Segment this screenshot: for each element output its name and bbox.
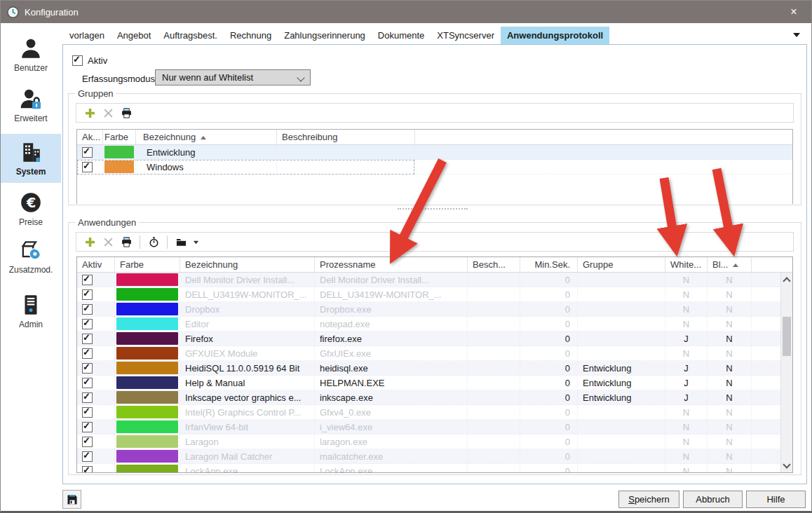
anwendungen-row[interactable]: Intel(R) Graphics Control P... Gfxv4_0.e… (77, 405, 780, 420)
row-minsek: 0 (520, 420, 578, 434)
anwendungen-row[interactable]: Editor notepad.exe 0 N N (77, 317, 780, 331)
row-checkbox[interactable] (82, 348, 93, 359)
close-icon[interactable]: × (780, 1, 807, 23)
col-prozessname[interactable]: Prozessname (315, 257, 468, 272)
splitter-handle[interactable] (398, 208, 468, 210)
row-beschreibung (468, 302, 520, 316)
konfiguration-window: Konfiguration × Benutzer Erweitert Syste… (0, 0, 812, 513)
scroll-up-icon[interactable] (781, 274, 792, 285)
row-checkbox[interactable] (82, 422, 93, 432)
timer-icon[interactable] (144, 234, 163, 249)
sidebar-item[interactable]: Erweitert (1, 85, 61, 125)
tab[interactable]: Dokumente (372, 27, 431, 44)
gruppen-row[interactable]: Windows (77, 160, 792, 175)
col-aktiv[interactable]: Ak... (77, 130, 103, 144)
row-gruppe (578, 449, 665, 463)
aktiv-checkbox[interactable] (72, 55, 83, 66)
row-checkbox[interactable] (82, 466, 93, 473)
sidebar-item[interactable]: Admin (1, 291, 61, 331)
sidebar-item[interactable]: Zusatzmod. (1, 236, 61, 277)
content-panel: Aktiv Erfassungsmodus: Nur wenn auf Whit… (62, 44, 807, 484)
col-farbe[interactable]: Farbe (115, 257, 180, 272)
col-beschreibung[interactable]: Beschreibung (277, 130, 415, 144)
print-icon[interactable] (117, 234, 135, 249)
titlebar: Konfiguration × (1, 1, 811, 23)
anwendungen-row[interactable]: Dropbox Dropbox.exe 0 N N (77, 302, 780, 317)
row-checkbox[interactable] (82, 319, 93, 329)
anwendungen-row[interactable]: Help & Manual HELPMAN.EXE 0 Entwicklung … (77, 376, 780, 390)
row-prozessname: GfxUIEx.exe (315, 346, 468, 360)
scrollbar-thumb[interactable] (783, 317, 791, 356)
gruppen-row[interactable]: Entwicklung (77, 145, 792, 160)
anwendungen-row[interactable]: DELL_U3419W-MONITOR_... DELL_U3419W-MONI… (77, 287, 780, 302)
print-icon[interactable] (117, 105, 135, 121)
col-aktiv[interactable]: Aktiv (77, 257, 115, 272)
col-minsek[interactable]: Min.Sek. (520, 257, 578, 272)
anwendungen-table-header: Aktiv Farbe Bezeichnung Prozessname Besc… (77, 257, 792, 273)
folder-icon[interactable] (172, 234, 190, 249)
tab[interactable]: Angebot (111, 27, 157, 44)
tab[interactable]: Anwendungsprotokoll (501, 27, 609, 44)
sidebar-item[interactable]: Benutzer (1, 34, 61, 75)
row-checkbox[interactable] (82, 162, 93, 172)
erfassungsmodus-select[interactable]: Nur wenn auf Whitelist (155, 69, 311, 86)
anwendungen-row[interactable]: HeidiSQL 11.0.0.5919 64 Bit heidisql.exe… (77, 361, 780, 376)
row-checkbox[interactable] (82, 363, 93, 374)
sidebar-item[interactable]: € Preise (1, 189, 61, 229)
anwendungen-row[interactable]: Laragon Mail Catcher mailcatcher.exe 0 N… (77, 449, 780, 464)
row-beschreibung (468, 390, 520, 404)
tab[interactable]: vorlagen (63, 27, 111, 44)
anwendungen-row[interactable]: GFXUIEX Module GfxUIEx.exe 0 N N (77, 346, 780, 361)
row-checkbox[interactable] (82, 437, 93, 447)
row-prozessname: firefox.exe (315, 331, 468, 346)
floppy-icon (67, 494, 78, 505)
row-checkbox[interactable] (82, 275, 93, 285)
speichern-button[interactable]: Speichern (618, 491, 679, 508)
row-checkbox[interactable] (82, 304, 93, 315)
row-minsek: 0 (520, 302, 578, 316)
anwendungen-row[interactable]: LockApp.exe LockApp.exe 0 N N (77, 464, 780, 472)
row-checkbox[interactable] (82, 334, 93, 344)
add-icon[interactable] (81, 105, 99, 121)
col-farbe[interactable]: Farbe (103, 130, 136, 144)
anwendungen-row[interactable]: IrfanView 64-bit i_view64.exe 0 N N (77, 420, 780, 435)
row-minsek: 0 (520, 317, 578, 331)
save-icon-button[interactable] (62, 490, 81, 509)
vertical-scrollbar[interactable] (780, 273, 792, 472)
col-beschreibung[interactable]: Besch... (468, 257, 520, 272)
anwendungen-row[interactable]: Dell Monitor Driver Install... Dell Moni… (77, 273, 780, 287)
hilfe-button[interactable]: Hilfe (746, 491, 806, 508)
row-checkbox[interactable] (82, 289, 93, 300)
row-checkbox[interactable] (82, 392, 93, 403)
row-gruppe: Entwicklung (578, 376, 665, 390)
tab[interactable]: Rechnung (224, 27, 278, 44)
scroll-down-icon[interactable] (781, 460, 792, 471)
row-whitelist: N (665, 449, 708, 463)
col-gruppe[interactable]: Gruppe (578, 257, 665, 272)
sidebar-item[interactable]: System (1, 134, 61, 183)
tab[interactable]: Zahlungserinnerung (278, 27, 372, 44)
row-checkbox[interactable] (82, 378, 93, 388)
row-blacklist: N (708, 420, 752, 434)
anwendungen-row[interactable]: Inkscape vector graphics e... inkscape.e… (77, 390, 780, 405)
row-checkbox[interactable] (82, 147, 93, 158)
col-whitelist[interactable]: White... (665, 257, 708, 272)
tab[interactable]: Auftragsbest. (157, 27, 224, 44)
server-icon (19, 293, 43, 317)
tab-overflow-chevron-icon[interactable] (793, 33, 800, 41)
tab[interactable]: XTSyncserver (431, 27, 501, 44)
abbruch-button[interactable]: Abbruch (683, 491, 743, 508)
anwendungen-row[interactable]: Laragon laragon.exe 0 N N (77, 435, 780, 449)
anwendungen-row[interactable]: Firefox firefox.exe 0 J N (77, 331, 780, 346)
row-checkbox[interactable] (82, 451, 93, 462)
col-bezeichnung[interactable]: Bezeichnung (136, 130, 277, 144)
row-gruppe (578, 273, 665, 287)
delete-icon[interactable] (99, 105, 117, 121)
add-icon[interactable] (81, 234, 99, 249)
row-blacklist: N (708, 376, 752, 390)
col-bezeichnung[interactable]: Bezeichnung (180, 257, 315, 272)
col-blacklist[interactable]: Bl... (708, 257, 752, 272)
row-checkbox[interactable] (82, 407, 93, 418)
delete-icon[interactable] (99, 234, 117, 249)
caret-icon[interactable] (190, 234, 201, 249)
